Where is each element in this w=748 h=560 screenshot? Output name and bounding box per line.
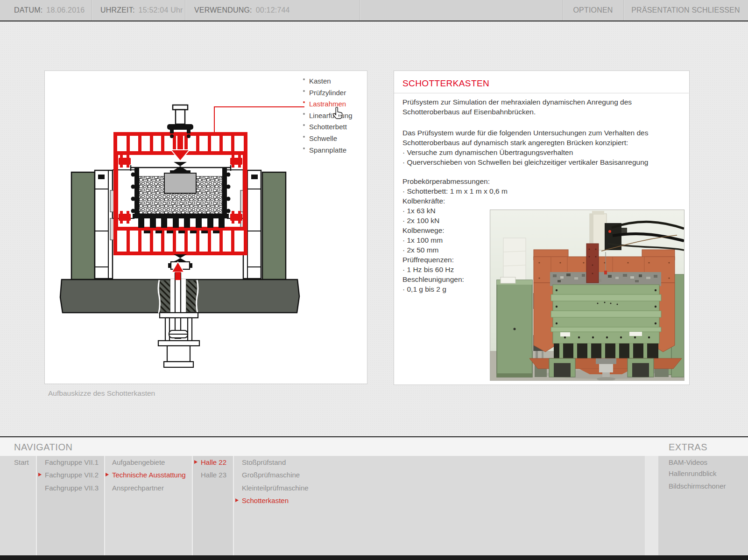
- nav-item-grosspruefmaschine[interactable]: Großprüfmaschine: [242, 471, 300, 479]
- date-value: 18.06.2016: [46, 6, 85, 14]
- navigation-heading: NAVIGATION: [14, 442, 72, 453]
- time-label: UHRZEIT:: [100, 6, 135, 14]
- bullet-dot-icon: [303, 124, 305, 126]
- usage-value: 00:12:744: [256, 6, 290, 14]
- usage-label: VERWENDUNG:: [194, 6, 252, 14]
- time-display: UHRZEIT: 15:52:04 Uhr: [100, 0, 183, 21]
- nav-item-fachgruppe-vii3[interactable]: Fachgruppe VII.3: [45, 484, 99, 492]
- nav-band-gap: [645, 456, 658, 555]
- bullet-dot-icon: [303, 90, 305, 92]
- nav-item-schotterkasten[interactable]: Schotterkasten: [242, 497, 289, 504]
- usage-display: VERWENDUNG: 00:12:744: [194, 0, 290, 21]
- nav-header-strip: NAVIGATION EXTRAS: [0, 437, 748, 456]
- diagram-label-spannplatte[interactable]: Spannplatte: [303, 145, 353, 156]
- nav-active-arrow-icon: [38, 473, 42, 476]
- nav-active-arrow-icon: [235, 498, 239, 502]
- hand-cursor-icon: [332, 105, 345, 119]
- extras-item-hallenrundblick[interactable]: Hallenrundblick: [669, 469, 717, 477]
- options-button[interactable]: OPTIONEN: [563, 0, 623, 21]
- bullet-dot-icon: [303, 113, 305, 115]
- close-presentation-button[interactable]: PRÄSENTATION SCHLIESSEN: [623, 0, 748, 21]
- topbar-separator: [360, 0, 360, 21]
- title-divider: [394, 93, 689, 93]
- time-value: 15:52:04 Uhr: [139, 6, 183, 14]
- nav-item-ansprechpartner[interactable]: Ansprechpartner: [112, 484, 164, 492]
- nav-item-stosspruefstand[interactable]: Stoßprüfstand: [242, 458, 286, 466]
- spec-line: · Schotterbett: 1 m x 1 m x 0,6 m: [402, 186, 683, 196]
- nav-item-fachgruppe-vii1[interactable]: Fachgruppe VII.1: [45, 458, 99, 466]
- photo-illustration: [490, 210, 684, 380]
- spec-line: Probekörperabmessungen:: [402, 176, 683, 186]
- bullet-dot-icon: [303, 78, 305, 80]
- diagram-label-pruefzylinder[interactable]: Prüfzylinder: [303, 87, 353, 99]
- diagram-label-kasten[interactable]: Kasten: [303, 76, 353, 87]
- nav-item-start[interactable]: Start: [14, 458, 29, 466]
- info-panel: SCHOTTERKASTEN Prüfsystem zur Simulation…: [394, 70, 690, 385]
- topbar-separator: [92, 0, 92, 21]
- nav-item-aufgabengebiete[interactable]: Aufgabengebiete: [112, 458, 165, 466]
- paragraph-intro: Prüfsystem zur Simulation der mehraxiale…: [402, 97, 683, 117]
- nav-item-halle-22[interactable]: Halle 22: [201, 458, 226, 466]
- purpose-bullet: · Versuche zum dynamischen Übertragungsv…: [402, 147, 683, 157]
- schotterkasten-photo: [490, 210, 684, 381]
- presentation-screen: DATUM: 18.06.2016 UHRZEIT: 15:52:04 Uhr …: [0, 0, 748, 560]
- diagram-panel: Kasten Prüfzylinder Lastrahmen Linearfüh…: [44, 70, 367, 384]
- diagram-label-schotterbett[interactable]: Schotterbett: [303, 121, 353, 133]
- topbar-separator: [185, 0, 185, 21]
- date-label: DATUM:: [14, 6, 42, 14]
- date-display: DATUM: 18.06.2016: [14, 0, 85, 21]
- paragraph-purpose: Das Prüfsystem wurde für die folgenden U…: [402, 128, 666, 147]
- diagram-label-list: Kasten Prüfzylinder Lastrahmen Linearfüh…: [303, 76, 353, 156]
- bullet-dot-icon: [303, 101, 305, 103]
- page-title: SCHOTTERKASTEN: [402, 78, 489, 89]
- extras-item-bam-videos[interactable]: BAM-Videos: [669, 458, 707, 466]
- diagram-caption: Aufbauskizze des Schotterkasten: [48, 389, 155, 398]
- nav-active-arrow-icon: [106, 473, 109, 476]
- nav-band-start: [0, 456, 36, 555]
- diagram-label-linearfuehrung[interactable]: Linearführung: [303, 110, 353, 122]
- nav-columns: Start Fachgruppe VII.1 Fachgruppe VII.2 …: [0, 456, 748, 555]
- nav-item-technische-ausstattung[interactable]: Technische Ausstattung: [112, 471, 186, 479]
- nav-active-arrow-icon: [194, 460, 198, 464]
- content-area: Kasten Prüfzylinder Lastrahmen Linearfüh…: [0, 21, 748, 436]
- top-status-bar: DATUM: 18.06.2016 UHRZEIT: 15:52:04 Uhr …: [0, 0, 748, 21]
- spec-line: Kolbenkräfte:: [402, 196, 683, 206]
- purpose-bullet: · Querverschieben von Schwellen bei glei…: [402, 157, 683, 167]
- nav-item-halle-23[interactable]: Halle 23: [201, 471, 226, 479]
- bullet-dot-icon: [303, 147, 305, 149]
- nav-item-fachgruppe-vii2[interactable]: Fachgruppe VII.2: [45, 471, 99, 479]
- diagram-label-schwelle[interactable]: Schwelle: [303, 133, 353, 145]
- diagram-label-lastrahmen[interactable]: Lastrahmen: [303, 98, 353, 110]
- extras-heading: EXTRAS: [669, 442, 707, 453]
- nav-item-kleinteilpruefmaschine[interactable]: Kleinteilprüfmaschine: [242, 484, 309, 492]
- bullet-dot-icon: [303, 136, 305, 138]
- bottom-bar: [0, 555, 748, 560]
- extras-item-bildschirmschoner[interactable]: Bildschirmschoner: [669, 482, 726, 490]
